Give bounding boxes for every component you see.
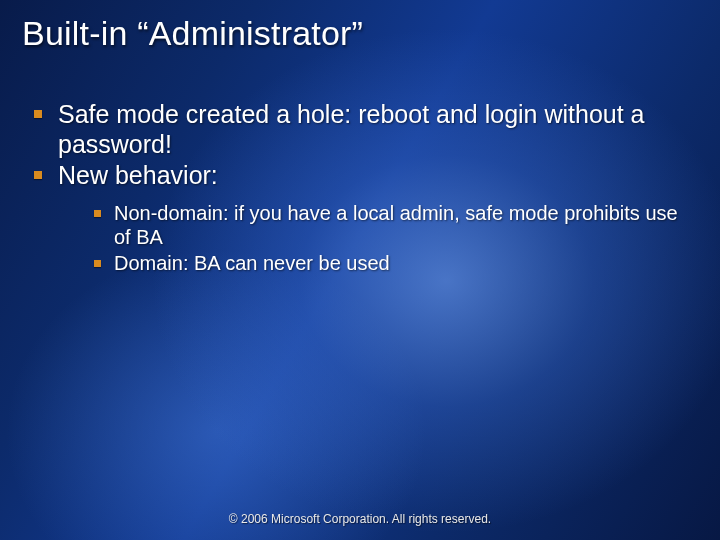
slide-body: Safe mode created a hole: reboot and log…: [34, 100, 680, 278]
bullet-list-level2: Non-domain: if you have a local admin, s…: [58, 201, 680, 276]
bullet-text: New behavior:: [58, 161, 218, 189]
copyright-footer: © 2006 Microsoft Corporation. All rights…: [0, 512, 720, 526]
bullet-item: Safe mode created a hole: reboot and log…: [34, 100, 680, 159]
slide-title: Built-in “Administrator”: [22, 14, 698, 53]
bullet-text: Domain: BA can never be used: [114, 252, 390, 274]
bullet-list-level1: Safe mode created a hole: reboot and log…: [34, 100, 680, 276]
bullet-item: Non-domain: if you have a local admin, s…: [94, 201, 680, 250]
bullet-item: Domain: BA can never be used: [94, 251, 680, 275]
bullet-text: Safe mode created a hole: reboot and log…: [58, 100, 645, 158]
bullet-text: Non-domain: if you have a local admin, s…: [114, 202, 678, 248]
bullet-item: New behavior: Non-domain: if you have a …: [34, 161, 680, 276]
slide: Built-in “Administrator” Safe mode creat…: [0, 0, 720, 540]
